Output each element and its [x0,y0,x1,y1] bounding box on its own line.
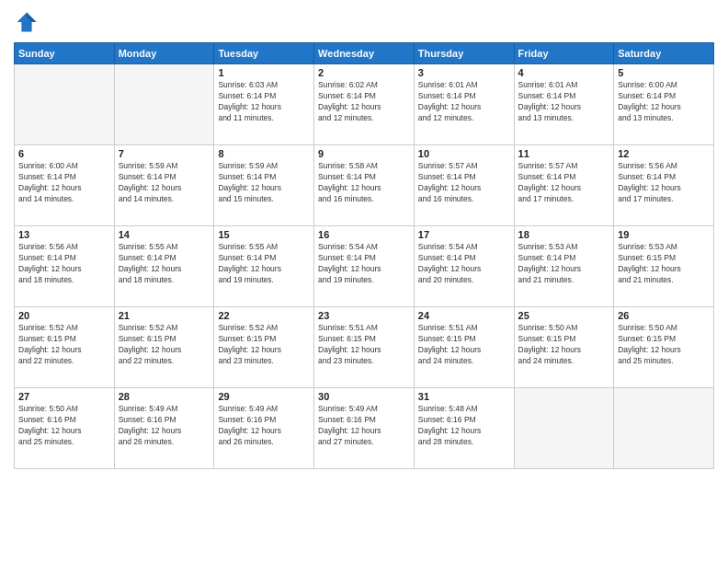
calendar-cell: 28Sunrise: 5:49 AM Sunset: 6:16 PM Dayli… [114,388,214,469]
calendar-cell: 26Sunrise: 5:50 AM Sunset: 6:15 PM Dayli… [614,307,714,388]
day-number: 22 [218,310,310,321]
calendar-cell: 17Sunrise: 5:54 AM Sunset: 6:14 PM Dayli… [414,226,514,307]
day-number: 20 [18,310,110,321]
calendar-cell: 14Sunrise: 5:55 AM Sunset: 6:14 PM Dayli… [114,226,214,307]
day-info: Sunrise: 5:49 AM Sunset: 6:16 PM Dayligh… [318,404,410,448]
day-info: Sunrise: 5:57 AM Sunset: 6:14 PM Dayligh… [418,161,510,205]
day-number: 30 [318,391,410,402]
week-row-4: 27Sunrise: 5:50 AM Sunset: 6:16 PM Dayli… [15,388,714,469]
week-row-2: 13Sunrise: 5:56 AM Sunset: 6:14 PM Dayli… [15,226,714,307]
calendar-cell: 10Sunrise: 5:57 AM Sunset: 6:14 PM Dayli… [414,145,514,226]
week-row-0: 1Sunrise: 6:03 AM Sunset: 6:14 PM Daylig… [15,64,714,145]
day-number: 19 [618,229,710,240]
weekday-header-monday: Monday [114,43,214,64]
day-info: Sunrise: 5:51 AM Sunset: 6:15 PM Dayligh… [418,323,510,367]
calendar-cell: 30Sunrise: 5:49 AM Sunset: 6:16 PM Dayli… [314,388,415,469]
calendar-cell: 29Sunrise: 5:49 AM Sunset: 6:16 PM Dayli… [214,388,314,469]
calendar-cell: 19Sunrise: 5:53 AM Sunset: 6:15 PM Dayli… [614,226,714,307]
day-number: 31 [418,391,510,402]
calendar-cell: 31Sunrise: 5:48 AM Sunset: 6:16 PM Dayli… [414,388,514,469]
day-info: Sunrise: 6:01 AM Sunset: 6:14 PM Dayligh… [518,80,610,124]
calendar-cell: 20Sunrise: 5:52 AM Sunset: 6:15 PM Dayli… [15,307,115,388]
day-info: Sunrise: 5:59 AM Sunset: 6:14 PM Dayligh… [119,161,210,205]
day-info: Sunrise: 6:00 AM Sunset: 6:14 PM Dayligh… [618,80,710,124]
day-info: Sunrise: 5:59 AM Sunset: 6:14 PM Dayligh… [218,161,310,205]
weekday-header-thursday: Thursday [414,43,514,64]
calendar-cell: 5Sunrise: 6:00 AM Sunset: 6:14 PM Daylig… [614,64,714,145]
day-number: 3 [418,67,510,78]
weekday-header-tuesday: Tuesday [214,43,314,64]
calendar-cell: 22Sunrise: 5:52 AM Sunset: 6:15 PM Dayli… [214,307,314,388]
week-row-3: 20Sunrise: 5:52 AM Sunset: 6:15 PM Dayli… [15,307,714,388]
day-number: 9 [318,148,410,159]
day-info: Sunrise: 5:51 AM Sunset: 6:15 PM Dayligh… [318,323,410,367]
calendar: SundayMondayTuesdayWednesdayThursdayFrid… [14,42,714,469]
day-info: Sunrise: 5:56 AM Sunset: 6:14 PM Dayligh… [618,161,710,205]
day-info: Sunrise: 5:52 AM Sunset: 6:15 PM Dayligh… [119,323,210,367]
day-number: 18 [518,229,610,240]
calendar-cell: 12Sunrise: 5:56 AM Sunset: 6:14 PM Dayli… [614,145,714,226]
logo-icon [14,9,40,35]
day-number: 14 [119,229,210,240]
day-number: 27 [18,391,110,402]
day-number: 25 [518,310,610,321]
day-number: 28 [119,391,210,402]
header [14,9,714,35]
day-number: 8 [218,148,310,159]
calendar-cell: 23Sunrise: 5:51 AM Sunset: 6:15 PM Dayli… [314,307,415,388]
calendar-cell [514,388,614,469]
calendar-cell: 16Sunrise: 5:54 AM Sunset: 6:14 PM Dayli… [314,226,415,307]
calendar-cell: 15Sunrise: 5:55 AM Sunset: 6:14 PM Dayli… [214,226,314,307]
day-number: 15 [218,229,310,240]
page: SundayMondayTuesdayWednesdayThursdayFrid… [0,0,728,563]
day-info: Sunrise: 5:56 AM Sunset: 6:14 PM Dayligh… [18,242,110,286]
day-number: 5 [618,67,710,78]
day-info: Sunrise: 6:03 AM Sunset: 6:14 PM Dayligh… [218,80,310,124]
calendar-cell: 21Sunrise: 5:52 AM Sunset: 6:15 PM Dayli… [114,307,214,388]
weekday-header-row: SundayMondayTuesdayWednesdayThursdayFrid… [15,43,714,64]
day-number: 26 [618,310,710,321]
day-number: 24 [418,310,510,321]
day-info: Sunrise: 5:49 AM Sunset: 6:16 PM Dayligh… [218,404,310,448]
day-number: 21 [119,310,210,321]
day-number: 11 [518,148,610,159]
day-info: Sunrise: 6:02 AM Sunset: 6:14 PM Dayligh… [318,80,410,124]
day-number: 10 [418,148,510,159]
day-info: Sunrise: 5:48 AM Sunset: 6:16 PM Dayligh… [418,404,510,448]
day-number: 23 [318,310,410,321]
day-number: 4 [518,67,610,78]
weekday-header-friday: Friday [514,43,614,64]
calendar-cell: 25Sunrise: 5:50 AM Sunset: 6:15 PM Dayli… [514,307,614,388]
calendar-cell: 2Sunrise: 6:02 AM Sunset: 6:14 PM Daylig… [314,64,415,145]
weekday-header-saturday: Saturday [614,43,714,64]
day-number: 12 [618,148,710,159]
day-info: Sunrise: 5:54 AM Sunset: 6:14 PM Dayligh… [418,242,510,286]
calendar-cell: 13Sunrise: 5:56 AM Sunset: 6:14 PM Dayli… [15,226,115,307]
day-number: 2 [318,67,410,78]
calendar-cell [114,64,214,145]
calendar-cell: 8Sunrise: 5:59 AM Sunset: 6:14 PM Daylig… [214,145,314,226]
day-info: Sunrise: 5:58 AM Sunset: 6:14 PM Dayligh… [318,161,410,205]
calendar-cell: 27Sunrise: 5:50 AM Sunset: 6:16 PM Dayli… [15,388,115,469]
day-number: 16 [318,229,410,240]
day-info: Sunrise: 5:53 AM Sunset: 6:15 PM Dayligh… [618,242,710,286]
day-info: Sunrise: 5:49 AM Sunset: 6:16 PM Dayligh… [119,404,210,448]
calendar-cell: 24Sunrise: 5:51 AM Sunset: 6:15 PM Dayli… [414,307,514,388]
day-info: Sunrise: 6:00 AM Sunset: 6:14 PM Dayligh… [18,161,110,205]
day-info: Sunrise: 6:01 AM Sunset: 6:14 PM Dayligh… [418,80,510,124]
day-info: Sunrise: 5:54 AM Sunset: 6:14 PM Dayligh… [318,242,410,286]
calendar-cell: 7Sunrise: 5:59 AM Sunset: 6:14 PM Daylig… [114,145,214,226]
calendar-cell [614,388,714,469]
calendar-cell: 18Sunrise: 5:53 AM Sunset: 6:14 PM Dayli… [514,226,614,307]
calendar-cell: 3Sunrise: 6:01 AM Sunset: 6:14 PM Daylig… [414,64,514,145]
day-info: Sunrise: 5:53 AM Sunset: 6:14 PM Dayligh… [518,242,610,286]
day-number: 29 [218,391,310,402]
day-info: Sunrise: 5:55 AM Sunset: 6:14 PM Dayligh… [218,242,310,286]
day-info: Sunrise: 5:50 AM Sunset: 6:15 PM Dayligh… [618,323,710,367]
day-info: Sunrise: 5:55 AM Sunset: 6:14 PM Dayligh… [119,242,210,286]
day-info: Sunrise: 5:52 AM Sunset: 6:15 PM Dayligh… [18,323,110,367]
day-number: 7 [119,148,210,159]
calendar-cell: 4Sunrise: 6:01 AM Sunset: 6:14 PM Daylig… [514,64,614,145]
logo [14,9,43,35]
calendar-cell: 11Sunrise: 5:57 AM Sunset: 6:14 PM Dayli… [514,145,614,226]
